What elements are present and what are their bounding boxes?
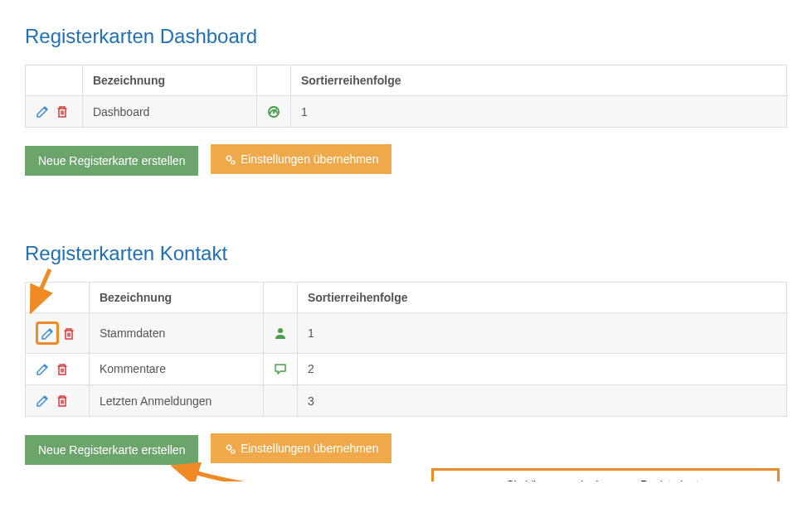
header-icon <box>263 283 297 313</box>
apply-settings-button[interactable]: Einstellungen übernehmen <box>211 144 392 174</box>
button-label: Neue Registerkarte erstellen <box>38 154 185 167</box>
table-dashboard: Bezeichnung Sortierreihenfolge Dashboard… <box>25 65 787 128</box>
cogs-icon <box>224 443 236 454</box>
svg-line-5 <box>32 269 50 311</box>
create-tab-button[interactable]: Neue Registerkarte erstellen <box>25 146 198 176</box>
button-label: Neue Registerkarte erstellen <box>38 443 185 457</box>
header-actions <box>26 65 83 96</box>
delete-icon[interactable] <box>56 363 69 376</box>
cell-name: Letzten Anmeldungen <box>89 384 263 416</box>
highlight-edit-icon <box>36 322 59 344</box>
table-row: Kommentare 2 <box>26 353 787 384</box>
cell-name: Kommentare <box>89 353 263 384</box>
edit-icon[interactable] <box>41 327 54 341</box>
annotation-arrow-top <box>17 265 66 323</box>
callout-line1: Sie können auch eine neue Registerkarte <box>445 477 766 481</box>
table-row: Letzten Anmeldungen 3 <box>26 384 787 416</box>
annotation-arrow-bottom <box>149 460 448 481</box>
edit-icon[interactable] <box>36 394 49 408</box>
delete-icon[interactable] <box>56 394 69 408</box>
comment-icon <box>263 353 297 384</box>
delete-icon[interactable] <box>62 327 75 341</box>
table-row: Stammdaten 1 <box>26 313 787 353</box>
section-title-dashboard: Registerkarten Dashboard <box>25 25 787 48</box>
dashboard-icon <box>256 96 290 128</box>
user-icon <box>263 313 297 353</box>
delete-icon[interactable] <box>56 105 69 118</box>
button-label: Einstellungen übernehmen <box>241 442 379 455</box>
cell-name: Stammdaten <box>89 313 263 353</box>
cell-sort: 1 <box>290 96 786 128</box>
button-label: Einstellungen übernehmen <box>241 152 379 166</box>
table-row: Dashboard 1 <box>26 96 787 128</box>
table-kontakt: Bezeichnung Sortierreihenfolge Stammdate… <box>25 282 787 417</box>
cogs-icon <box>224 153 236 165</box>
cell-sort: 1 <box>297 313 786 353</box>
edit-icon[interactable] <box>36 105 49 118</box>
section-title-kontakt: Registerkarten Kontakt <box>25 242 787 265</box>
header-icon <box>256 65 290 96</box>
empty-icon <box>263 384 297 416</box>
header-sort: Sortierreihenfolge <box>290 65 786 96</box>
cell-sort: 2 <box>297 353 786 384</box>
cell-name: Dashboard <box>82 96 256 128</box>
apply-settings-button[interactable]: Einstellungen übernehmen <box>211 433 392 463</box>
header-sort: Sortierreihenfolge <box>297 283 786 313</box>
edit-icon[interactable] <box>36 363 49 376</box>
header-name: Bezeichnung <box>89 283 263 313</box>
header-name: Bezeichnung <box>82 65 256 96</box>
cell-sort: 3 <box>297 384 786 416</box>
annotation-callout: Sie können auch eine neue Registerkarte … <box>431 468 780 481</box>
